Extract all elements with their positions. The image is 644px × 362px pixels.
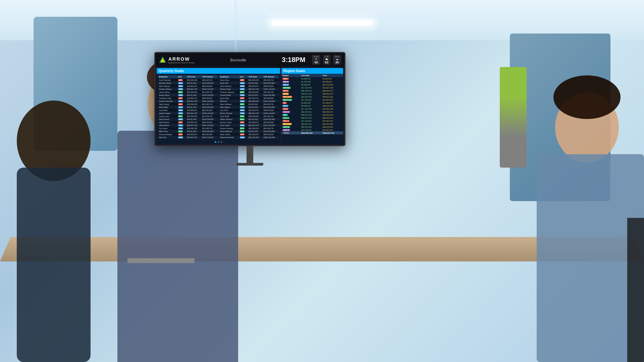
- glass-partition-horizontal: [235, 17, 436, 18]
- table-row: Robin SmithART$19,953,872$99,268,303: [219, 133, 279, 136]
- table-row: Alice WaynePMO$5,001,269$100,006,983: [219, 106, 279, 109]
- table-row: Scott StanfordART$36,596,050$54,168,722: [158, 78, 218, 81]
- table-row: Jackie KaplanPMO$99,001,578$190,126,630: [158, 112, 218, 115]
- weather-wed-temp: 45: [335, 61, 339, 64]
- logo-icon: [159, 56, 167, 64]
- left-data-table: Employee Unit YTD Goal YTD Volume Scott …: [158, 75, 218, 139]
- col-unit-r: Unit: [239, 75, 248, 78]
- quarterly-goals-title: Quarterly Goals: [157, 68, 280, 74]
- table-row: Lisa AlandPMO$19,953,872$89,268,303: [158, 109, 218, 112]
- table-row: Mitch NielsenPMO$19,953,872$89,268,303: [158, 84, 218, 87]
- logo-subtitle: Engineering Your Road To Success: [168, 62, 195, 64]
- table-row: Chris WolffRTY$36,596,050$54,168,722: [219, 115, 279, 118]
- table-row: Steve RearART$19,953,872$99,268,303: [219, 97, 279, 100]
- region-row: DAK$17,102,763$22,607,208: [281, 107, 343, 110]
- weather-wed-icon: ☁: [336, 58, 338, 61]
- table-row: Nate ParodyART$36,596,050$54,168,722: [158, 103, 218, 106]
- table-row: Tim JonesPMO$36,596,050$54,168,722: [158, 127, 218, 130]
- right-data-table: Employee Unit YTD Goal YTD Volume Stacy …: [219, 75, 279, 139]
- right-table-body: Stacy RossART$36,596,050$54,168,722Emily…: [219, 78, 279, 139]
- region-row: LMT-N$05,075,228$86,632,812: [281, 125, 343, 128]
- table-row: Sandy StormPMO$5,001,269$100,000,983: [158, 94, 218, 97]
- col-ytd-volume-r: YTD Volume: [263, 75, 279, 78]
- region-table-body: MNC$2,089,345$1,953,557MN-H$1,237,489$5,…: [281, 77, 343, 134]
- table-row: Emily OttoPMO$5,001,269$100,000,983: [219, 81, 279, 84]
- region-table: Region Currently Goal MNC$2,089,345$1,95…: [281, 74, 343, 134]
- table-row: Stacy RossART$36,596,050$54,168,722: [219, 78, 279, 81]
- table-row: Allen HuffmanRTY$5,001,269$54,168,722: [219, 103, 279, 106]
- region-goals-panel: Region Goals Region Currently Goal MNC$2…: [281, 68, 343, 144]
- table-row: Bill KraftPMO$36,596,050$190,126,630: [219, 100, 279, 103]
- time-display: 3:18PM: [282, 56, 305, 64]
- table-row: Dennis AshworthPMO$91,001,269$186,126,63…: [219, 136, 279, 139]
- dashboard-header: ARROW Engineering Your Road To Success B…: [155, 53, 344, 67]
- desk-surface: [0, 237, 644, 261]
- table-row: Scott JonesPMO$99,001,578$190,126,630: [219, 124, 279, 127]
- region-row: TOTAL$506,987,023$420,037,730: [281, 131, 343, 134]
- table-header-row: Employee Unit YTD Goal YTD Volume: [158, 75, 218, 78]
- weather-now-temp: 50: [315, 61, 318, 64]
- machine-left: [34, 17, 117, 151]
- table-row: Hunter FanningRTY$36,596,050$54,168,722: [219, 127, 279, 130]
- dot-1: [215, 141, 216, 143]
- table-row: Andrea FairchildPMO$99,001,578$190,126,6…: [158, 100, 218, 103]
- ceiling-light: [272, 20, 372, 25]
- table-row: Patrick SmithPMO$99,001,578$196,126,630: [219, 87, 279, 90]
- region-row: SP-S$30,078,512$90,994,127: [281, 89, 343, 92]
- region-row: MN-H$1,237,489$5,238,002: [281, 80, 343, 83]
- laptop: [127, 258, 195, 263]
- col-unit: Unit: [177, 75, 186, 78]
- dashboard-main: Quarterly Goals Employee Unit YTD Goal: [155, 67, 344, 145]
- region-row: MNC$2,089,345$1,953,557: [281, 77, 343, 80]
- region-row: WI-T$8,946,007$26,078,158: [281, 104, 343, 107]
- region-row: MN-WE$17,102,763$22,607,208: [281, 86, 343, 89]
- region-row: SP-Lmnt$33,075,223$99,621,000: [281, 95, 343, 98]
- dot-2: [218, 141, 219, 143]
- table-row: Thomas JohnsonRTY$36,596,050$94,168,722: [219, 90, 279, 94]
- weather-tue-temp: 62: [325, 61, 328, 64]
- region-row: WI$3,983,160$11,963,577: [281, 101, 343, 104]
- table-header-row-right: Employee Unit YTD Goal YTD Volume: [219, 75, 279, 78]
- weather-tue-icon: ⛅: [325, 58, 328, 61]
- col-employee: Employee: [158, 75, 177, 78]
- logo-area: ARROW Engineering Your Road To Success: [159, 56, 195, 64]
- table-row: Sean HornerPMO$5,001,269$100,000,983: [158, 118, 218, 121]
- region-row: STL-3$11,243,621$12,087,057: [281, 119, 343, 122]
- region-row: MN-S$8,948,007$26,078,158: [281, 83, 343, 86]
- table-row: Cassie WhitePMO$5,001,269$100,006,983: [219, 94, 279, 97]
- table-row: Mike TroutRTY$5,001,269$100,000,983: [158, 130, 218, 133]
- table-row: Lisa HuntPMO$19,953,872$99,268,303: [219, 109, 279, 112]
- pagination-dots: [157, 140, 280, 144]
- col-ytd-goal: YTD Goal: [186, 75, 201, 78]
- monitor-stand-base: [236, 163, 263, 166]
- monitor-screen: ARROW Engineering Your Road To Success B…: [154, 52, 345, 146]
- quarterly-right-table: Employee Unit YTD Goal YTD Volume Stacy …: [219, 75, 279, 139]
- dashboard: ARROW Engineering Your Road To Success B…: [155, 53, 344, 145]
- table-row: Cassie LieslRTY$36,596,050$54,168,722: [158, 115, 218, 118]
- table-row: John HarrisonPMO$19,953,872$99,268,303: [219, 84, 279, 87]
- quarterly-goals-panel: Quarterly Goals Employee Unit YTD Goal: [157, 68, 280, 144]
- table-row: Molly MillerPMO$5,001,269$100,000,983: [158, 106, 218, 109]
- col-ytd-volume: YTD Volume: [201, 75, 218, 78]
- col-currently: Currently: [300, 74, 322, 77]
- table-row: Becky ThomasPMO$99,001,578$190,126,630: [219, 112, 279, 115]
- background-worker: [500, 67, 527, 168]
- left-table-body: Scott StanfordART$36,596,050$54,168,722M…: [158, 78, 218, 139]
- location-display: Burnsville: [198, 58, 278, 62]
- quarterly-left-table: Employee Unit YTD Goal YTD Volume Scott …: [158, 75, 218, 139]
- dot-3: [221, 141, 222, 143]
- table-row: Matt DanielsART$19,953,872$99,268,303: [158, 121, 218, 124]
- table-row: Gene WilliamsRTY$5,001,269$100,000,983: [219, 130, 279, 133]
- region-row: STL$30,872,123$36,602,236: [281, 113, 343, 116]
- region-header-row: Region Currently Goal: [281, 74, 343, 77]
- region-row: DAK-2$28,076,512$30,356,271: [281, 110, 343, 113]
- table-row: Alisha WardPMO$99,001,578$190,126,630: [158, 124, 218, 127]
- col-region: Region: [281, 74, 300, 77]
- col-ytd-goal-r: YTD Goal: [248, 75, 263, 78]
- region-goals-title: Region Goals: [281, 68, 343, 74]
- table-row: Darren LowesART$19,953,872$99,268,303: [219, 121, 279, 124]
- table-row: Jonathan ClarkART$19,953,872$99,268,303: [158, 97, 218, 100]
- logo-text-block: ARROW Engineering Your Road To Success: [168, 56, 195, 64]
- col-employee-r: Employee: [219, 75, 239, 78]
- weather-now-icon: ☀: [315, 58, 317, 61]
